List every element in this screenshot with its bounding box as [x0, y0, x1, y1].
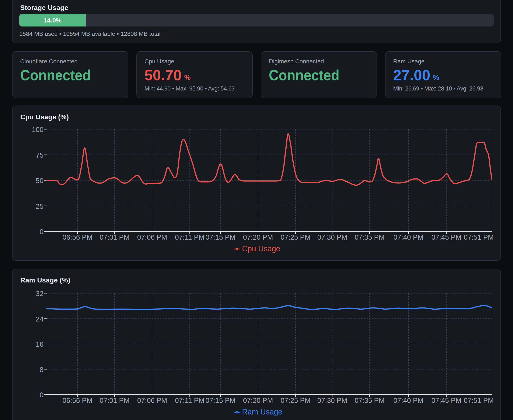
svg-text:07:01 PM: 07:01 PM [100, 397, 129, 404]
svg-text:07:20 PM: 07:20 PM [243, 397, 273, 404]
svg-text:07:35 PM: 07:35 PM [355, 397, 384, 404]
svg-text:07:40 PM: 07:40 PM [393, 233, 423, 241]
svg-text:07:20 PM: 07:20 PM [243, 233, 273, 241]
svg-text:07:06 PM: 07:06 PM [137, 233, 167, 241]
svg-text:07:11 PM: 07:11 PM [175, 397, 204, 404]
svg-text:07:01 PM: 07:01 PM [100, 233, 129, 241]
svg-text:07:30 PM: 07:30 PM [317, 397, 347, 404]
svg-text:24: 24 [36, 315, 44, 323]
svg-text:0: 0 [40, 391, 44, 399]
svg-text:75: 75 [36, 151, 44, 159]
svg-text:07:15 PM: 07:15 PM [205, 233, 235, 241]
svg-text:25: 25 [36, 202, 44, 210]
svg-text:06:56 PM: 06:56 PM [62, 233, 92, 241]
svg-text:16: 16 [36, 340, 44, 348]
svg-text:07:25 PM: 07:25 PM [280, 397, 310, 404]
svg-text:0: 0 [40, 228, 44, 236]
svg-text:07:45 PM: 07:45 PM [431, 233, 461, 241]
svg-text:Ram Usage (%): Ram Usage (%) [20, 276, 70, 284]
svg-text:100: 100 [32, 126, 44, 134]
svg-text:07:45 PM: 07:45 PM [431, 397, 461, 404]
svg-text:07:35 PM: 07:35 PM [355, 233, 384, 241]
svg-text:50: 50 [36, 177, 44, 185]
svg-text:07:25 PM: 07:25 PM [280, 233, 310, 241]
svg-text:Cpu Usage: Cpu Usage [242, 244, 280, 253]
svg-text:07:15 PM: 07:15 PM [205, 397, 235, 404]
svg-text:07:06 PM: 07:06 PM [137, 397, 167, 404]
svg-text:07:11 PM: 07:11 PM [175, 233, 204, 241]
svg-text:07:30 PM: 07:30 PM [317, 233, 347, 241]
svg-text:07:51 PM: 07:51 PM [464, 397, 494, 404]
svg-text:06:56 PM: 06:56 PM [62, 397, 92, 404]
svg-text:Ram Usage: Ram Usage [242, 407, 282, 416]
svg-text:07:51 PM: 07:51 PM [464, 233, 494, 241]
svg-text:8: 8 [40, 366, 44, 374]
svg-text:Cpu Usage (%): Cpu Usage (%) [20, 113, 69, 121]
svg-text:32: 32 [36, 290, 44, 298]
svg-text:07:40 PM: 07:40 PM [393, 397, 423, 404]
